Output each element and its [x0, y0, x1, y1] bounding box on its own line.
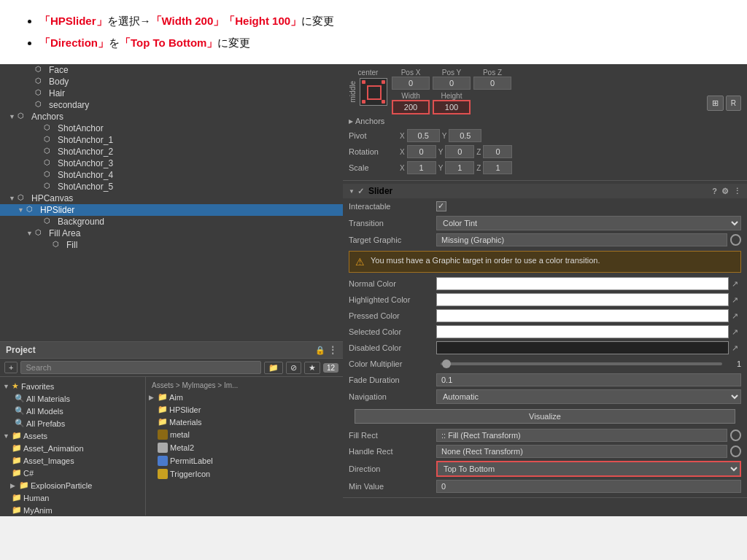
posy-input[interactable]: [433, 77, 471, 90]
visualize-button[interactable]: Visualize: [355, 409, 735, 424]
pivot-x-input[interactable]: [407, 129, 440, 142]
selected-color-pick-btn[interactable]: ↗: [729, 327, 741, 337]
hierarchy-item-fillarea[interactable]: ▼ ⬡ Fill Area: [0, 228, 343, 239]
project-all-models[interactable]: 🔍 All Models: [0, 405, 145, 417]
width-input[interactable]: [392, 100, 430, 114]
hierarchy-item-body[interactable]: ⬡ Body: [0, 76, 343, 88]
rotation-label: Rotation: [349, 147, 400, 156]
rot-x-input[interactable]: [407, 145, 436, 158]
highlight-height: 「Height 100」: [224, 15, 301, 27]
project-menu-icon: ⋮: [328, 345, 337, 355]
highlighted-color-pick-btn[interactable]: ↗: [729, 295, 741, 305]
hierarchy-item-secondary[interactable]: ⬡ secondary: [0, 99, 343, 111]
rot-z-input[interactable]: [483, 145, 512, 158]
project-filter-button[interactable]: ⊘: [286, 362, 301, 374]
direction-select[interactable]: Top To Bottom: [436, 461, 741, 477]
hierarchy-item-shotanchor[interactable]: ⬡ ShotAnchor: [0, 122, 343, 134]
hierarchy-item-hair[interactable]: ⬡ Hair: [0, 88, 343, 99]
hierarchy-item-hpslider[interactable]: ▼ ⬡ HPSlider: [0, 204, 343, 216]
slider-checkbox[interactable]: ✓: [357, 187, 364, 196]
scale-y-input[interactable]: [445, 161, 474, 174]
posx-input[interactable]: [392, 77, 430, 90]
target-graphic-ref-btn[interactable]: [730, 234, 741, 246]
project-right-materials[interactable]: 📁 Materials: [146, 416, 343, 428]
pressed-color-pick-btn[interactable]: ↗: [729, 311, 741, 321]
project-human[interactable]: 📁 Human: [0, 491, 145, 504]
project-asset-animation[interactable]: 📁 Asset_Animation: [0, 442, 145, 454]
pressed-color-swatch[interactable]: [436, 309, 729, 322]
project-star-button[interactable]: ★: [304, 362, 320, 374]
project-add-button[interactable]: +: [4, 362, 18, 373]
hierarchy-item-background[interactable]: ⬡ Background: [0, 216, 343, 228]
target-graphic-input[interactable]: [436, 233, 727, 246]
min-value-input[interactable]: [436, 480, 741, 493]
project-search-input[interactable]: [20, 361, 260, 374]
fill-rect-ref-btn[interactable]: [730, 429, 741, 441]
asset-animation-label: Asset_Animation: [23, 444, 84, 453]
project-favorites-header[interactable]: ▼ ★ Favorites: [0, 380, 145, 392]
hierarchy-panel[interactable]: ⬡ Face ⬡ Body ⬡ Hair ⬡ seco: [0, 64, 343, 341]
project-assets-header[interactable]: ▼ 📁 Assets: [0, 429, 145, 442]
slider-section-header[interactable]: ▼ ✓ Slider ? ⚙ ⋮: [343, 184, 747, 198]
project-csharp[interactable]: 📁 C#: [0, 467, 145, 479]
project-right-permitlabel[interactable]: PermitLabel: [146, 454, 343, 467]
scale-z-input[interactable]: [483, 161, 512, 174]
project-right-metal2[interactable]: Metal2: [146, 441, 343, 454]
disabled-color-pick-btn[interactable]: ↗: [729, 343, 741, 353]
hierarchy-item-hpcanvas[interactable]: ▼ ⬡ HPCanvas: [0, 192, 343, 204]
project-right-metal[interactable]: metal: [146, 428, 343, 441]
scale-x-input[interactable]: [407, 161, 436, 174]
disabled-color-label: Disabled Color: [349, 343, 436, 352]
color-multiplier-track[interactable]: [441, 362, 722, 365]
pivot-y-input[interactable]: [449, 129, 481, 142]
min-value-row: Min Value: [343, 478, 747, 494]
normal-color-swatch[interactable]: [436, 277, 729, 290]
slider-menu-icon[interactable]: ⋮: [733, 187, 741, 196]
disabled-color-swatch[interactable]: [436, 341, 729, 354]
interactable-checkbox[interactable]: [436, 201, 446, 211]
selected-color-swatch[interactable]: [436, 325, 729, 338]
hierarchy-item-face[interactable]: ⬡ Face: [0, 64, 343, 76]
interactable-label: Interactable: [349, 202, 436, 211]
project-asset-images[interactable]: 📁 Asset_Images: [0, 454, 145, 467]
posz-input[interactable]: [473, 77, 511, 90]
hierarchy-item-shotanchor4[interactable]: ⬡ ShotAnchor_4: [0, 169, 343, 181]
normal-color-pick-btn[interactable]: ↗: [729, 279, 741, 289]
interactable-value: [436, 201, 741, 211]
navigation-select[interactable]: Automatic: [436, 389, 741, 404]
anchor-grid[interactable]: [360, 78, 387, 106]
fade-duration-input[interactable]: [436, 373, 741, 386]
warning-box: ⚠ You must have a Graphic target in orde…: [349, 251, 741, 273]
hierarchy-item-anchors[interactable]: ▼ ⬡ Anchors: [0, 111, 343, 122]
csharp-label: C#: [23, 469, 34, 478]
hierarchy-item-shotanchor2[interactable]: ⬡ ShotAnchor_2: [0, 146, 343, 158]
transition-select[interactable]: Color Tint: [436, 216, 741, 230]
handle-rect-input[interactable]: [436, 445, 727, 458]
project-explosion[interactable]: ▶ 📁 ExplosionParticle: [0, 479, 145, 491]
height-input[interactable]: [433, 100, 471, 114]
right-metal-arrow: [149, 431, 158, 438]
project-folder-button[interactable]: 📁: [264, 362, 283, 374]
hierarchy-item-shotanchor1[interactable]: ⬡ ShotAnchor_1: [0, 134, 343, 146]
slider-settings-icon[interactable]: ⚙: [721, 187, 729, 196]
shotanchor4-label: ShotAnchor_4: [58, 170, 113, 180]
transition-value: Color Tint: [436, 216, 741, 230]
highlighted-color-swatch[interactable]: [436, 293, 729, 306]
slider-help-icon[interactable]: ?: [712, 187, 717, 196]
project-right-hpslider[interactable]: 📁 HPSlider: [146, 403, 343, 416]
hierarchy-item-fill[interactable]: ⬡ Fill: [0, 239, 343, 251]
rt-grid-button[interactable]: ⊞: [707, 96, 724, 111]
color-multiplier-label: Color Multiplier: [349, 359, 436, 368]
normal-color-value: ↗: [436, 277, 741, 290]
rot-y-input[interactable]: [445, 145, 474, 158]
rt-r-button[interactable]: R: [726, 96, 741, 111]
hierarchy-item-shotanchor3[interactable]: ⬡ ShotAnchor_3: [0, 158, 343, 169]
project-right-aim[interactable]: ▶ 📁 Aim: [146, 391, 343, 403]
hierarchy-item-shotanchor5[interactable]: ⬡ ShotAnchor_5: [0, 181, 343, 192]
fill-rect-input[interactable]: [436, 429, 727, 442]
project-all-materials[interactable]: 🔍 All Materials: [0, 392, 145, 405]
project-all-prefabs[interactable]: 🔍 All Prefabs: [0, 417, 145, 429]
handle-rect-ref-btn[interactable]: [730, 446, 741, 457]
project-right-triggericon[interactable]: TriggerIcon: [146, 467, 343, 481]
project-myanim[interactable]: 📁 MyAnim: [0, 504, 145, 516]
